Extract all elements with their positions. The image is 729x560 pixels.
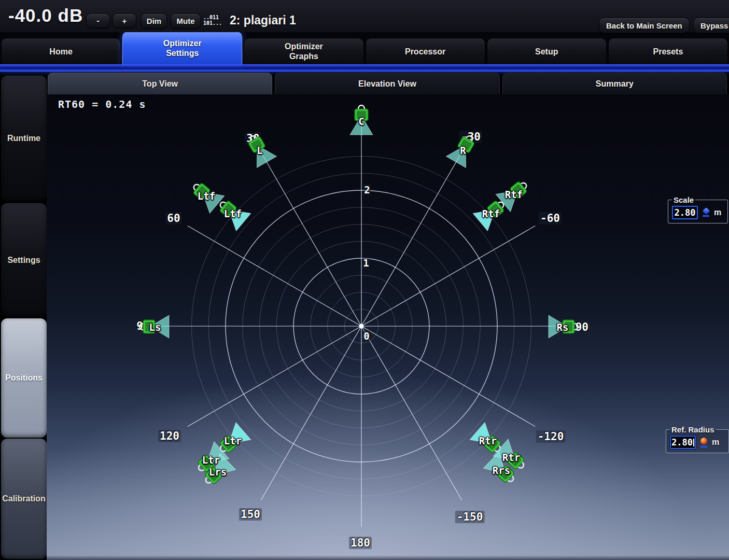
dim-button[interactable]: Dim (141, 13, 167, 29)
spinner-dot-icon (700, 438, 707, 444)
text-cursor (693, 439, 694, 446)
sidebar-item-label: Runtime (7, 134, 40, 143)
sidebar-item-label: Settings (7, 256, 40, 265)
spinner-bar-icon (700, 446, 707, 447)
preset-title: 2: plagiari 1 (230, 13, 296, 27)
accent-stripe (0, 64, 729, 72)
scale-spinner[interactable] (703, 208, 709, 217)
tab-setup[interactable]: Setup (487, 38, 607, 64)
bitstream-icon: ..011 101... (203, 15, 222, 26)
scale-legend: Scale (672, 195, 695, 204)
tab-label: Home (30, 47, 92, 57)
bypass-button[interactable]: Bypass (693, 18, 729, 33)
view-tab-elevation-view[interactable]: Elevation View (275, 73, 499, 94)
view-tab-label: Summary (596, 79, 634, 89)
mute-button[interactable]: Mute (171, 13, 201, 29)
tab-label: Setup (515, 47, 578, 57)
sidebar-item-label: Positions (5, 373, 43, 383)
main-tab-bar: HomeOptimizer SettingsOptimizer GraphsPr… (0, 32, 729, 64)
back-to-main-screen-button[interactable]: Back to Main Screen (599, 18, 690, 33)
tab-optimizer-settings[interactable]: Optimizer Settings (122, 32, 242, 64)
tab-presets[interactable]: Presets (608, 38, 728, 64)
volume-down-button[interactable]: - (86, 13, 110, 28)
tab-label: Optimizer Graphs (273, 41, 335, 61)
bottom-bezel (47, 555, 729, 560)
view-tab-label: Top View (142, 79, 178, 89)
ref-radius-value-field[interactable]: 2.80 (670, 436, 696, 449)
ref-radius-value: 2.80 (671, 437, 693, 447)
tab-label: Presets (637, 47, 699, 57)
spinner-knob-icon (702, 207, 709, 215)
ref-radius-unit: m (712, 438, 719, 447)
tab-processor[interactable]: Processor (366, 38, 485, 64)
scale-value-field[interactable]: 2.80 (672, 206, 698, 219)
sidebar-item-positions[interactable]: Positions (1, 318, 47, 438)
sidebar-item-calibration[interactable]: Calibration (1, 439, 47, 559)
ref-radius-legend: Ref. Radius (670, 425, 716, 434)
volume-up-button[interactable]: + (113, 13, 136, 28)
ref-radius-spinner[interactable] (700, 438, 707, 447)
view-tab-label: Elevation View (358, 79, 416, 89)
tab-home[interactable]: Home (1, 38, 121, 64)
view-tab-top-view[interactable]: Top View (48, 73, 272, 94)
scale-unit: m (714, 208, 721, 217)
plot-panel (47, 94, 729, 560)
tab-label: Optimizer Settings (151, 38, 214, 58)
ref-radius-control: Ref. Radius 2.80 m (666, 425, 729, 453)
spinner-bar-icon (703, 215, 709, 217)
bitstream-line2: 101... (203, 20, 222, 26)
tab-label: Processor (394, 47, 456, 57)
sidebar-item-label: Calibration (2, 494, 46, 503)
tab-optimizer-graphs[interactable]: Optimizer Graphs (244, 38, 363, 64)
volume-readout: -40.0 dB (8, 5, 83, 26)
view-tab-bar: Top ViewElevation ViewSummary (48, 73, 727, 94)
sidebar-item-runtime[interactable]: Runtime (1, 76, 47, 201)
scale-value: 2.80 (675, 207, 696, 218)
scale-control: Scale 2.80 m (668, 195, 728, 223)
view-tab-summary[interactable]: Summary (502, 73, 727, 94)
bitstream-line1: ..011 (203, 15, 222, 20)
sidebar-item-settings[interactable]: Settings (1, 203, 47, 317)
top-bar: -40.0 dB - + Dim Mute ..011 101... 2: pl… (0, 0, 729, 32)
